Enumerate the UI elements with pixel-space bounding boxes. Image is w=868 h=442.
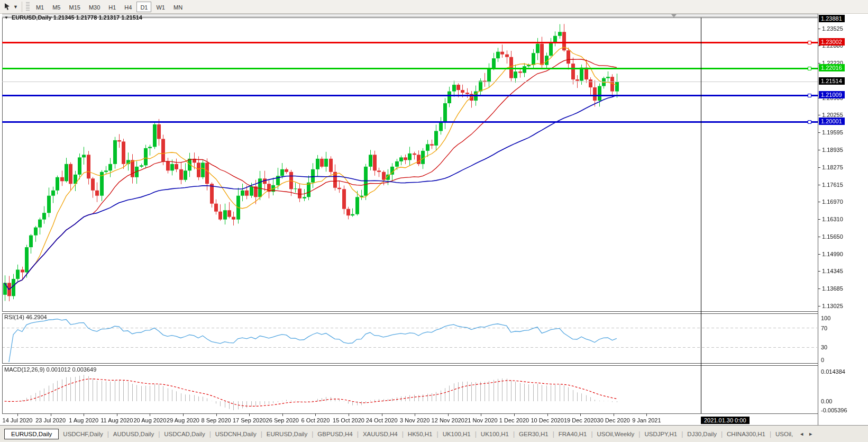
price-axis-label: 1.16970 — [822, 199, 843, 205]
crosshair-date-tooltip: 2021.01.30 0:00 — [701, 417, 750, 424]
chart-tab-ger30-h1[interactable]: GER30,H1 — [515, 429, 553, 439]
collapse-chart-arrow-icon[interactable]: ▼ — [4, 15, 8, 20]
date-axis-label: 19 Dec 2020 — [564, 417, 597, 423]
crosshair-vertical-line — [701, 17, 701, 413]
chart-tab-dj30-daily[interactable]: DJ30,Daily — [683, 429, 721, 439]
chart-tab-usdchf-daily[interactable]: USDCHF,Daily — [59, 429, 107, 439]
horizontal-line-support-blue-2[interactable] — [2, 121, 818, 123]
price-axis-label: 1.13685 — [822, 285, 843, 292]
horizontal-line-resistance-red[interactable] — [2, 42, 818, 43]
price-axis-label: 1.15650 — [822, 233, 843, 240]
price-axis-border — [818, 14, 818, 425]
macd-axis-label: 0.00 — [821, 398, 832, 404]
date-axis-label: 15 Oct 2020 — [333, 417, 364, 423]
date-axis-label: 1 Dec 2020 — [499, 417, 529, 423]
line-handle-support-blue-1[interactable] — [808, 94, 811, 97]
chart-shift-triangle-icon[interactable] — [671, 14, 677, 17]
price-axis-label: 1.17615 — [822, 182, 843, 188]
price-axis-label: 1.16310 — [822, 216, 843, 222]
date-axis-label: 29 Aug 2020 — [167, 417, 199, 423]
line-handle-level-green[interactable] — [808, 67, 811, 70]
horizontal-line-support-blue-1[interactable] — [2, 95, 818, 96]
chart-tab-bar: EURUSD,DailyUSDCHF,Daily|AUDUSD,Daily|US… — [0, 425, 868, 442]
chart-tab-usdcad-daily[interactable]: USDCAD,Daily — [160, 429, 209, 439]
chart-title-text: EURUSD,Daily 1.21345 1.21778 1.21317 1.2… — [12, 14, 142, 21]
chart-tab-uk100-h1[interactable]: UK100,H1 — [477, 429, 513, 439]
macd-indicator-label: MACD(12,26,9) 0.001012 0.003649 — [4, 366, 96, 373]
price-axis-label: 1.18275 — [822, 164, 843, 170]
price-chart-canvas[interactable] — [0, 0, 868, 442]
horizontal-line-current-price-line[interactable] — [2, 82, 818, 82]
chart-tab-audusd-daily[interactable]: AUDUSD,Daily — [109, 429, 158, 439]
rsi-axis-label: 70 — [821, 325, 827, 331]
horizontal-line-level-green[interactable] — [2, 68, 818, 69]
chart-tab-xauusd-h4[interactable]: XAUUSD,H4 — [359, 429, 402, 439]
date-axis-label: 14 Jul 2020 — [3, 417, 33, 423]
price-axis-label: 1.23525 — [822, 25, 843, 32]
date-axis-label: 17 Sep 2020 — [233, 417, 266, 423]
price-badge-high-marker: 1.23881 — [819, 15, 845, 22]
chart-tab-usdjpy-h1[interactable]: USDJPY,H1 — [640, 429, 681, 439]
mt4-terminal-window: ▼ M1M5M15M30H1H4D1W1MN ▼ EURUSD,Daily 1.… — [0, 0, 868, 442]
price-axis-label: 1.13025 — [822, 303, 843, 309]
price-badge-blue-line-level-1: 1.21009 — [819, 91, 845, 98]
date-axis-label: 30 Dec 2020 — [597, 417, 630, 423]
tabs-scroll-left-button[interactable]: ◄ — [797, 430, 806, 438]
chart-tab-fra40-h1[interactable]: FRA40,H1 — [554, 429, 591, 439]
price-axis-label: 1.18935 — [822, 147, 843, 153]
line-handle-resistance-red[interactable] — [808, 41, 811, 44]
price-badge-red-line-level: 1.23002 — [819, 38, 845, 46]
rsi-axis-label: 30 — [821, 344, 827, 350]
chart-tab-usoil-[interactable]: USOil, — [771, 429, 797, 439]
rsi-indicator-label: RSI(14) 46.2904 — [4, 314, 47, 320]
date-axis-label: 23 Jul 2020 — [35, 417, 66, 423]
price-axis-label: 1.14345 — [822, 268, 843, 274]
price-badge-blue-line-level-2: 1.20001 — [819, 118, 845, 125]
chart-tab-uk100-h1[interactable]: UK100,H1 — [438, 429, 475, 439]
date-axis-label: 21 Nov 2020 — [464, 417, 497, 423]
rsi-axis-label: 100 — [821, 315, 830, 321]
chart-tab-eurusd-daily[interactable]: EURUSD,Daily — [4, 429, 59, 439]
chart-tab-china300-h1[interactable]: CHINA300,H1 — [723, 429, 770, 439]
date-axis-label: 26 Sep 2020 — [266, 417, 299, 423]
date-axis-label: 3 Nov 2020 — [400, 417, 430, 423]
price-axis-label: 1.14990 — [822, 251, 843, 257]
date-axis-label: 8 Sep 2020 — [201, 417, 231, 423]
date-axis-label: 11 Aug 2020 — [100, 417, 133, 423]
date-axis-label: 6 Oct 2020 — [301, 417, 330, 423]
date-axis-label: 12 Nov 2020 — [432, 417, 464, 423]
rsi-axis-label: 0 — [821, 357, 824, 363]
date-axis-label: 24 Oct 2020 — [366, 417, 398, 423]
line-handle-support-blue-2[interactable] — [808, 120, 811, 124]
chart-tab-gbpusd-h4[interactable]: GBPUSD,H4 — [313, 429, 357, 439]
chart-tab-usdcnh-daily[interactable]: USDCNH,Daily — [211, 429, 261, 439]
chart-tab-usoil-weekly[interactable]: USOil,Weekly — [593, 429, 639, 439]
chart-title: ▼ EURUSD,Daily 1.21345 1.21778 1.21317 1… — [4, 14, 142, 21]
date-axis-label: 20 Aug 2020 — [133, 417, 166, 423]
date-axis-label: 10 Dec 2020 — [531, 417, 563, 423]
chart-tab-hk50-h1[interactable]: HK50,H1 — [404, 429, 437, 439]
price-badge-green-line-level: 1.22016 — [819, 64, 845, 71]
macd-axis-label: -0.005396 — [821, 407, 847, 413]
tabs-scroll-right-button[interactable]: ► — [806, 430, 815, 438]
macd-axis-label: 0.014384 — [821, 368, 845, 375]
price-badge-current-price: 1.21514 — [819, 77, 845, 85]
date-axis-label: 1 Aug 2020 — [69, 417, 98, 423]
price-axis-label: 1.19595 — [822, 129, 843, 136]
date-axis-label: 9 Jan 2021 — [632, 417, 661, 423]
chart-tab-eurusd-daily[interactable]: EURUSD,Daily — [262, 429, 312, 439]
